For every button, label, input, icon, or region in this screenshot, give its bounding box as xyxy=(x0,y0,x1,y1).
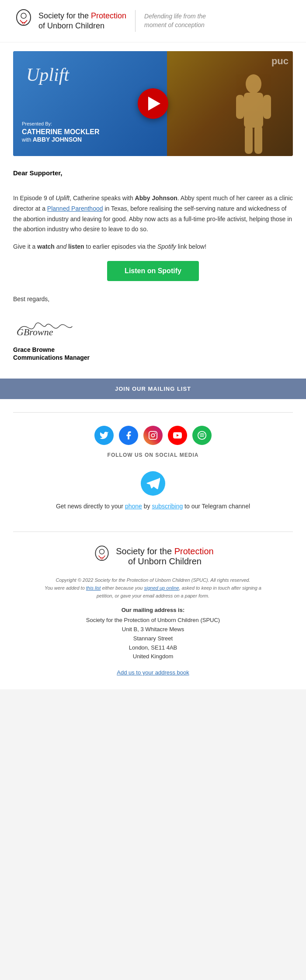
logo-icon xyxy=(13,9,34,33)
email-wrapper: Society for the Protection of Unborn Chi… xyxy=(0,0,306,689)
phone-link[interactable]: phone xyxy=(125,503,142,510)
org-name-part2: of Unborn Children xyxy=(38,21,104,30)
presenter-name: CATHERINE MOCKLER xyxy=(22,128,99,136)
video-thumbnail[interactable]: Uplift puc Presented By: CATHERINE MOCKL… xyxy=(13,51,293,156)
person-silhouette xyxy=(227,69,280,156)
with-label: with xyxy=(22,137,31,143)
follow-text: FOLLOW US ON SOCIAL MEDIA xyxy=(13,452,293,458)
svg-point-15 xyxy=(100,549,104,554)
video-uplift-text: Uplift xyxy=(26,64,69,85)
youtube-icon[interactable] xyxy=(168,426,187,445)
play-button[interactable] xyxy=(138,88,168,119)
address-line4: London, SE11 4AB xyxy=(129,644,177,651)
svg-rect-6 xyxy=(245,125,253,154)
address-line1: Society for the Protection of Unborn Chi… xyxy=(86,617,220,623)
footer-logo: Society for the Protection of Unborn Chi… xyxy=(13,545,293,568)
footer-address-label: Our mailing address is: xyxy=(13,607,293,613)
video-puc-badge: puc xyxy=(271,56,289,67)
body-paragraph1: In Episode 9 of Uplift, Catherine speaks… xyxy=(13,193,293,235)
social-section: FOLLOW US ON SOCIAL MEDIA Get news direc… xyxy=(0,413,306,527)
footer-copyright: Copyright © 2022 Society for the Protect… xyxy=(13,577,293,600)
spotify-btn-wrapper: Listen on Spotify xyxy=(13,261,293,281)
footer: Society for the Protection of Unborn Chi… xyxy=(0,532,306,689)
subscribing-link[interactable]: subscribing xyxy=(152,503,183,510)
body-content: Dear Supporter, In Episode 9 of Uplift, … xyxy=(0,165,306,379)
signature: GBrowne xyxy=(13,317,293,342)
svg-point-10 xyxy=(151,434,154,437)
org-name-red: Protection xyxy=(91,11,126,20)
planned-parenthood-link[interactable]: Planned Parenthood xyxy=(47,205,103,212)
svg-rect-5 xyxy=(263,95,271,119)
facebook-icon[interactable] xyxy=(119,426,138,445)
footer-address: Society for the Protection of Unborn Chi… xyxy=(13,616,293,661)
address-line3: Stannary Street xyxy=(133,635,173,642)
svg-text:GBrowne: GBrowne xyxy=(17,327,53,337)
footer-org-part1: Society for the xyxy=(116,546,174,556)
footer-org-red: Protection xyxy=(174,546,214,556)
mailing-list-bar[interactable]: JOIN OUR MAILING LIST xyxy=(0,379,306,399)
footer-org-part2: of Unborn Children xyxy=(128,556,202,566)
spotify-social-icon[interactable] xyxy=(192,426,212,445)
header: Society for the Protection of Unborn Chi… xyxy=(0,0,306,42)
spotify-button[interactable]: Listen on Spotify xyxy=(107,261,199,281)
svg-rect-9 xyxy=(149,431,157,439)
logo-text: Society for the Protection of Unborn Chi… xyxy=(38,11,126,31)
header-tagline: Defending life from the moment of concep… xyxy=(144,12,214,29)
svg-point-13 xyxy=(198,431,206,439)
body-paragraph2: Give it a watch and listen to earlier ep… xyxy=(13,242,293,252)
video-section: Uplift puc Presented By: CATHERINE MOCKL… xyxy=(0,42,306,165)
header-logo: Society for the Protection of Unborn Chi… xyxy=(13,9,126,33)
org-name-part1: Society for the xyxy=(38,11,91,20)
video-presenter-info: Presented By: CATHERINE MOCKLER with ABB… xyxy=(22,121,99,143)
social-icons xyxy=(13,426,293,445)
address-line5: United Kingdom xyxy=(133,653,174,660)
svg-rect-4 xyxy=(236,95,244,119)
svg-rect-3 xyxy=(244,93,263,128)
signup-link[interactable]: signed up online xyxy=(144,585,179,591)
telegram-icon[interactable] xyxy=(141,471,165,496)
sender-title: Communications Manager xyxy=(13,354,293,361)
address-book-link[interactable]: Add us to your address book xyxy=(117,669,189,676)
telegram-section: Get news directly to your phone by subsc… xyxy=(13,467,293,523)
instagram-icon[interactable] xyxy=(143,426,163,445)
twitter-icon[interactable] xyxy=(94,426,114,445)
sign-off: Best regards, xyxy=(13,294,293,305)
sender-name: Grace Browne xyxy=(13,346,293,353)
presented-by-label: Presented By: xyxy=(22,121,99,126)
svg-point-2 xyxy=(246,74,261,94)
footer-logo-text: Society for the Protection of Unborn Chi… xyxy=(116,546,213,566)
greeting: Dear Supporter, xyxy=(13,169,293,177)
list-link[interactable]: this list xyxy=(86,585,101,591)
guest-name: ABBY JOHNSON xyxy=(33,136,82,143)
telegram-text: Get news directly to your phone by subsc… xyxy=(26,503,280,510)
header-divider xyxy=(135,10,136,32)
address-line2: Unit B, 3 Whitacre Mews xyxy=(122,626,184,632)
footer-logo-icon xyxy=(92,545,111,568)
svg-point-1 xyxy=(21,13,26,18)
svg-point-11 xyxy=(155,433,156,434)
svg-rect-7 xyxy=(254,125,262,154)
